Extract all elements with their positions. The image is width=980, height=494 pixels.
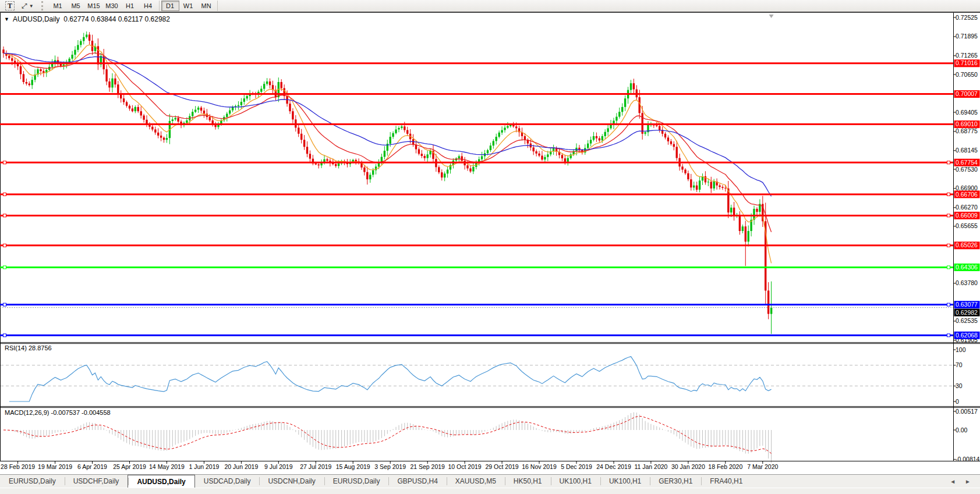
rsi-line <box>9 357 772 401</box>
price-tag-0.66706-text: 0.66706 <box>956 191 978 198</box>
timeframe-button-H1[interactable]: H1 <box>121 1 139 11</box>
hline-handle[interactable] <box>947 214 950 217</box>
pointer-mode-button[interactable]: ⤢ ▼ <box>18 1 37 11</box>
collapse-triangle-icon[interactable]: ▼ <box>4 16 9 22</box>
rsi-tick-label: 100 <box>956 346 966 353</box>
price-axis[interactable]: 0.725250.718950.712650.706500.694050.687… <box>954 14 980 463</box>
text-tool-button[interactable]: T <box>2 1 18 11</box>
price-tick-label: 0.71265 <box>956 52 978 59</box>
date-tick-label: 11 Jan 2020 <box>634 463 667 470</box>
macd-histogram <box>3 413 772 463</box>
price-tick-label: 0.62535 <box>956 317 978 324</box>
diagonal-arrows-icon: ⤢ <box>22 2 27 10</box>
price-tag-0.67754-text: 0.67754 <box>956 159 978 166</box>
hline-handle[interactable] <box>3 334 6 337</box>
hline-handle[interactable] <box>947 266 950 269</box>
price-tick-label: 0.67530 <box>956 166 978 173</box>
date-tick-label: 1 Jun 2019 <box>189 463 219 470</box>
dropdown-caret-icon: ▼ <box>29 3 34 9</box>
date-tick-label: 7 Mar 2020 <box>747 463 778 470</box>
hline-handle[interactable] <box>947 334 950 337</box>
hline-handle[interactable] <box>3 244 6 247</box>
date-tick-label: 9 Jul 2019 <box>264 463 293 470</box>
price-tag-0.69010-text: 0.69010 <box>956 120 978 127</box>
timeframe-button-M1[interactable]: M1 <box>49 1 67 11</box>
trading-terminal-window: T ⤢ ▼ M1M5M15M30H1H4D1W1MN 0.725250.7189… <box>0 0 980 494</box>
date-tick-label: 24 Dec 2019 <box>596 463 631 470</box>
date-tick-label: 16 Nov 2019 <box>522 463 557 470</box>
chart-tab-ger30-h1[interactable]: GER30,H1 <box>650 475 701 488</box>
price-tick-label: 0.68145 <box>956 147 978 154</box>
chart-tab-gbpusd-h4[interactable]: GBPUSD,H4 <box>388 475 446 488</box>
hline-handle[interactable] <box>947 303 950 306</box>
macd-indicator-label: MACD(12,26,9) -0.007537 -0.004558 <box>5 409 111 416</box>
hline-handle[interactable] <box>3 303 6 306</box>
chart-title: ▼AUDUSD,Daily 0.62774 0.63844 0.62117 0.… <box>4 15 170 23</box>
date-tick-label: 28 Feb 2019 <box>1 463 35 470</box>
chart-tab-fra40-h1[interactable]: FRA40,H1 <box>701 475 751 488</box>
toolbar: T ⤢ ▼ M1M5M15M30H1H4D1W1MN <box>0 0 980 13</box>
timeframe-group: M1M5M15M30H1H4D1W1MN <box>49 1 220 11</box>
price-tick-label: 0.72525 <box>956 14 978 21</box>
hline-handle[interactable] <box>3 214 6 217</box>
chart-tab-bar: EURUSD,DailyUSDCHF,DailyAUDUSD,DailyUSDC… <box>0 474 980 488</box>
date-tick-label: 15 Aug 2019 <box>336 463 370 470</box>
date-tick-label: 6 Apr 2019 <box>77 463 107 470</box>
macd-tick-label: 0.00 <box>956 427 968 433</box>
tab-scroll-right-icon[interactable]: ► <box>965 478 971 485</box>
price-tag-0.71016-text: 0.71016 <box>956 59 978 66</box>
chart-tab-eurusd-daily[interactable]: EURUSD,Daily <box>0 475 65 488</box>
text-tool-icon: T <box>5 1 15 10</box>
price-tick-label: 0.70650 <box>956 71 978 78</box>
chart-tab-uk100-h1[interactable]: UK100,H1 <box>600 475 650 488</box>
timeframe-button-H4[interactable]: H4 <box>139 1 157 11</box>
price-tick-label: 0.68775 <box>956 127 978 134</box>
timeframe-button-MN[interactable]: MN <box>197 1 215 11</box>
price-tag-0.64306-text: 0.64306 <box>956 264 978 271</box>
timeframe-button-M5[interactable]: M5 <box>67 1 85 11</box>
chart-tab-uk100-h1[interactable]: UK100,H1 <box>551 475 600 488</box>
status-strip <box>0 488 980 494</box>
price-tag-0.63077-text: 0.63077 <box>956 301 978 308</box>
timeframe-button-M30[interactable]: M30 <box>103 1 121 11</box>
date-tick-label: 27 Jul 2019 <box>300 463 331 470</box>
chart-tab-hk50-h1[interactable]: HK50,H1 <box>505 475 551 488</box>
date-tick-label: 3 Sep 2019 <box>374 463 406 470</box>
timeframe-button-D1[interactable]: D1 <box>161 1 179 11</box>
price-tag-0.70007-text: 0.70007 <box>956 90 978 97</box>
chart-tab-usdcad-daily[interactable]: USDCAD,Daily <box>195 475 260 488</box>
price-tag-0.62068-text: 0.62068 <box>956 332 978 339</box>
chart-tab-usdchf-daily[interactable]: USDCHF,Daily <box>65 475 128 488</box>
price-tick-label: 0.66270 <box>956 204 978 211</box>
chart-tab-xauusd-m5[interactable]: XAUUSD,M5 <box>447 475 505 488</box>
date-tick-label: 14 May 2019 <box>149 463 185 470</box>
price-tag-0.65026-text: 0.65026 <box>956 241 978 248</box>
hline-handle[interactable] <box>3 193 6 196</box>
timeframe-button-M15[interactable]: M15 <box>85 1 103 11</box>
hline-handle[interactable] <box>3 161 6 164</box>
date-tick-label: 21 Sep 2019 <box>410 463 445 470</box>
hline-handle[interactable] <box>947 193 950 196</box>
date-tick-label: 10 Oct 2019 <box>448 463 481 470</box>
tab-scroll-left-icon[interactable]: ◄ <box>950 478 956 485</box>
rsi-indicator-label: RSI(14) 28.8756 <box>5 344 52 351</box>
chart-canvas[interactable]: 0.725250.718950.712650.706500.694050.687… <box>0 13 980 474</box>
date-tick-label: 29 Oct 2019 <box>485 463 518 470</box>
hline-handle[interactable] <box>947 161 950 164</box>
hline-handle[interactable] <box>3 266 6 269</box>
price-tick-label: 0.63780 <box>956 279 978 286</box>
chart-shift-marker[interactable] <box>769 15 774 18</box>
ohlc-values: 0.62774 0.63844 0.62117 0.62982 <box>63 15 170 23</box>
chart-tab-usdcnh-daily[interactable]: USDCNH,Daily <box>259 475 324 488</box>
chart-tab-audusd-daily[interactable]: AUDUSD,Daily <box>128 475 194 488</box>
rsi-tick-label: 70 <box>956 361 963 368</box>
price-tick-label: 0.65655 <box>956 222 978 229</box>
chart-tab-eurusd-daily[interactable]: EURUSD,Daily <box>324 475 389 488</box>
current-price-tag-text: 0.62982 <box>956 309 978 316</box>
hline-handle[interactable] <box>947 244 950 247</box>
date-tick-label: 18 Feb 2020 <box>708 463 742 470</box>
time-axis[interactable]: 28 Feb 201919 Mar 20196 Apr 201925 Apr 2… <box>1 461 778 470</box>
toolbar-grip[interactable] <box>41 1 45 10</box>
date-tick-label: 25 Apr 2019 <box>113 463 146 470</box>
timeframe-button-W1[interactable]: W1 <box>179 1 197 11</box>
